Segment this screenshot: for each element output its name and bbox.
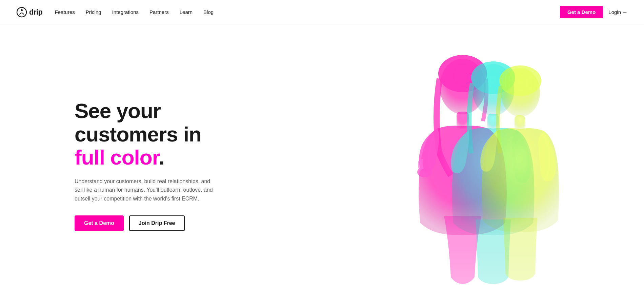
navbar-left: drip Features Pricing Integrations Partn… [16, 7, 214, 18]
hero-title: See your customers in full color. [75, 99, 322, 169]
svg-point-0 [17, 7, 26, 17]
logo[interactable]: drip [16, 7, 43, 18]
nav-learn[interactable]: Learn [180, 9, 193, 15]
nav-partners[interactable]: Partners [149, 9, 169, 15]
nav-integrations[interactable]: Integrations [112, 9, 139, 15]
logo-text: drip [29, 8, 43, 17]
nav-links: Features Pricing Integrations Partners L… [55, 9, 214, 15]
hero-subtitle: Understand your customers, build real re… [75, 177, 217, 203]
login-arrow-icon: → [622, 9, 628, 15]
navbar-right: Get a Demo Login → [560, 6, 628, 18]
nav-blog[interactable]: Blog [203, 9, 214, 15]
svg-rect-13 [397, 243, 583, 284]
svg-point-1 [21, 9, 23, 11]
svg-rect-12 [515, 115, 525, 130]
hero-title-line1: See your [75, 99, 161, 122]
hero-illustration [397, 46, 583, 284]
logo-icon [16, 7, 27, 18]
login-label: Login [608, 9, 621, 15]
hero-title-accent: full color [75, 146, 159, 169]
hero-get-demo-button[interactable]: Get a Demo [75, 215, 124, 231]
svg-point-11 [499, 65, 541, 96]
hero-join-free-button[interactable]: Join Drip Free [129, 215, 185, 231]
navbar: drip Features Pricing Integrations Partn… [0, 0, 644, 24]
hero-figures [397, 46, 583, 284]
hero-title-line2: customers in [75, 122, 201, 146]
hero-content: See your customers in full color. Unders… [0, 72, 322, 258]
hero-title-period: . [159, 146, 164, 169]
hero-buttons: Get a Demo Join Drip Free [75, 215, 322, 231]
nav-pricing[interactable]: Pricing [86, 9, 101, 15]
nav-login-button[interactable]: Login → [608, 9, 628, 15]
nav-features[interactable]: Features [55, 9, 75, 15]
nav-get-demo-button[interactable]: Get a Demo [560, 6, 603, 18]
hero-section: See your customers in full color. Unders… [0, 24, 644, 306]
hero-image-area [322, 24, 644, 306]
